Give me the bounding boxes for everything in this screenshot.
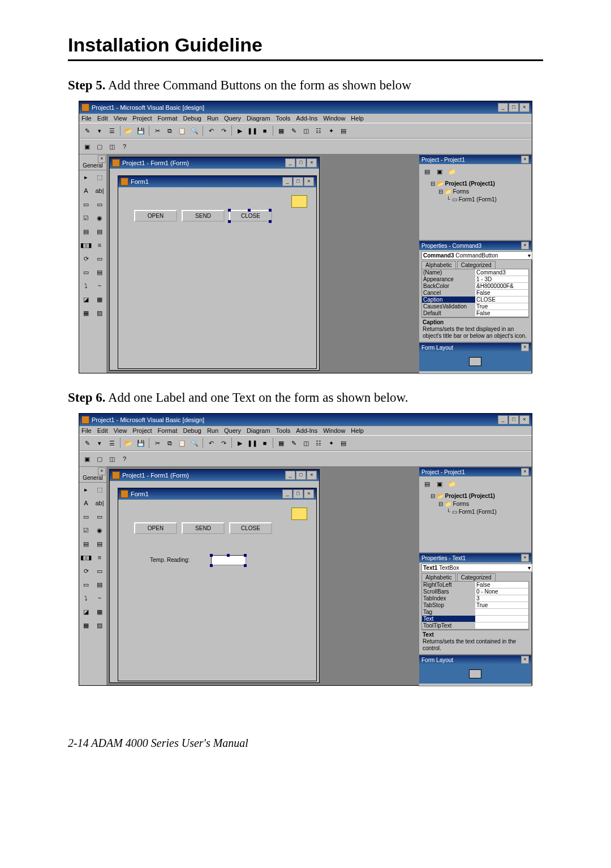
toolbox-tool[interactable]: ▦ xyxy=(93,605,106,618)
menu-edit[interactable]: Edit xyxy=(97,115,108,122)
tb-redo-icon[interactable]: ↷ xyxy=(218,125,229,136)
tb-toolbox-icon[interactable]: ✦ xyxy=(325,437,337,449)
property-row[interactable]: DefaultFalse xyxy=(422,310,528,317)
toolbox-tool[interactable]: ▭ xyxy=(79,578,93,591)
property-row[interactable]: BackColor&H8000000F& xyxy=(422,283,528,290)
toolbox-tool[interactable]: ▦ xyxy=(93,293,106,306)
menu-project[interactable]: Project xyxy=(132,115,152,122)
form-min-button[interactable]: _ xyxy=(282,177,292,186)
tb-proj-explorer-icon[interactable]: ▦ xyxy=(276,125,287,136)
sel-handle[interactable] xyxy=(228,209,231,212)
tb-copy-icon[interactable]: ⧉ xyxy=(164,437,175,449)
properties-close-icon[interactable]: × xyxy=(521,554,529,562)
toolbox-tool[interactable]: ☑ xyxy=(79,211,93,225)
property-row[interactable]: RightToLeftFalse xyxy=(422,582,528,588)
menu-tools[interactable]: Tools xyxy=(276,115,291,122)
property-row[interactable]: CancelFalse xyxy=(422,290,528,297)
tb-paste-icon[interactable]: 📋 xyxy=(177,125,188,136)
menu-edit[interactable]: Edit xyxy=(97,427,108,434)
menu-format[interactable]: Format xyxy=(158,427,178,434)
toolbox-tool[interactable]: ◪ xyxy=(79,605,93,618)
sel-handle[interactable] xyxy=(248,209,251,212)
form-surface[interactable]: OPEN SEND CLOSE xyxy=(121,187,314,366)
menu-tools[interactable]: Tools xyxy=(276,427,291,434)
tb-toolbox-icon[interactable]: ✦ xyxy=(325,125,337,136)
tb-cut-icon[interactable]: ✂ xyxy=(152,125,163,136)
toolbox-tool[interactable]: ▦ xyxy=(79,618,93,632)
toolbox-tool[interactable]: ◉ xyxy=(93,211,106,225)
toolbox-tool[interactable]: ▭ xyxy=(79,265,93,279)
form-layout-close-icon[interactable]: × xyxy=(521,656,529,664)
toolbox-tool[interactable]: ▭ xyxy=(79,510,93,523)
sel-handle[interactable] xyxy=(227,554,230,557)
toolbox-tool[interactable]: ⤵ xyxy=(79,279,93,293)
toolbox-tool[interactable]: ⟳ xyxy=(79,564,93,578)
toolbox-tool[interactable]: ▤ xyxy=(93,225,106,238)
menu-window[interactable]: Window xyxy=(323,115,345,122)
view-object-icon[interactable]: ▣ xyxy=(434,166,445,177)
close-button[interactable]: × xyxy=(519,103,530,112)
tb-stop-icon[interactable]: ■ xyxy=(259,437,270,449)
tb-run-icon[interactable]: ▶ xyxy=(234,437,246,449)
toolbox-tool[interactable]: ▭ xyxy=(93,510,106,523)
toolbox-tool[interactable]: ⬚ xyxy=(93,483,106,496)
tb-open-icon[interactable]: 📂 xyxy=(123,125,134,136)
property-row[interactable]: Text xyxy=(422,616,528,622)
toggle-folders-icon[interactable]: 📁 xyxy=(446,479,458,489)
send-button[interactable]: SEND xyxy=(182,210,225,222)
menu-addins[interactable]: Add-Ins xyxy=(296,427,317,434)
toolbox-tool[interactable]: ▸ xyxy=(79,170,93,184)
tb-pause-icon[interactable]: ❚❚ xyxy=(247,125,258,136)
toolbox-tool[interactable]: ⬚ xyxy=(93,170,106,184)
tb-save-icon[interactable]: 💾 xyxy=(135,125,147,136)
tb-cut-icon[interactable]: ✂ xyxy=(152,437,163,449)
sel-handle[interactable] xyxy=(228,220,231,223)
tb2-help-icon[interactable]: ? xyxy=(119,453,130,465)
designer-close-button[interactable]: × xyxy=(307,158,317,167)
tb-objbrowser-icon[interactable]: ☷ xyxy=(313,437,324,449)
menu-view[interactable]: View xyxy=(114,115,127,122)
form-window[interactable]: Form1 _ □ × OPEN xyxy=(118,175,317,369)
toolbox-tool[interactable]: ≡ xyxy=(93,551,106,564)
property-row[interactable]: TabStopTrue xyxy=(422,602,528,609)
tree-forms[interactable]: ⊟ 📁 Forms xyxy=(423,188,528,196)
view-code-icon[interactable]: ▤ xyxy=(421,166,433,177)
close-form-button[interactable]: CLOSE xyxy=(229,522,272,534)
sel-handle[interactable] xyxy=(210,554,213,557)
tb2-align-icon[interactable]: ◫ xyxy=(106,453,118,465)
tb-undo-icon[interactable]: ↶ xyxy=(205,125,217,136)
form-layout-close-icon[interactable]: × xyxy=(521,343,529,351)
tb-properties-icon[interactable]: ✎ xyxy=(288,437,299,449)
tb-dataview-icon[interactable]: ▤ xyxy=(338,437,349,449)
menu-help[interactable]: Help xyxy=(351,427,364,434)
toolbox-tool[interactable]: ~ xyxy=(93,591,106,605)
tb2-lock-icon[interactable]: ▣ xyxy=(81,141,93,152)
tab-categorized[interactable]: Categorized xyxy=(457,573,496,581)
mscomm-control-icon[interactable] xyxy=(291,195,307,208)
toolbox-tool[interactable]: ▭ xyxy=(79,197,93,211)
form-layout-body[interactable] xyxy=(419,664,531,684)
menu-file[interactable]: File xyxy=(81,115,92,122)
close-form-button[interactable]: CLOSE xyxy=(229,210,272,222)
tb-properties-icon[interactable]: ✎ xyxy=(288,125,299,136)
tb-menu-icon[interactable]: ☰ xyxy=(106,125,118,136)
form-layout-mini-icon[interactable] xyxy=(469,357,481,366)
property-row[interactable]: Appearance1 - 3D xyxy=(422,276,528,283)
minimize-button[interactable]: _ xyxy=(498,415,508,424)
properties-close-icon[interactable]: × xyxy=(521,242,529,250)
menu-file[interactable]: File xyxy=(81,427,92,434)
tb-stop-icon[interactable]: ■ xyxy=(259,125,270,136)
project-explorer-close-icon[interactable]: × xyxy=(521,156,529,164)
property-row[interactable]: ScrollBars0 - None xyxy=(422,588,528,595)
tb-add-icon[interactable]: ▾ xyxy=(94,437,105,449)
menu-diagram[interactable]: Diagram xyxy=(247,115,270,122)
tb-open-icon[interactable]: 📂 xyxy=(123,437,134,449)
menu-view[interactable]: View xyxy=(114,427,127,434)
designer-min-button[interactable]: _ xyxy=(285,471,295,480)
toolbox-tool[interactable]: ⤵ xyxy=(79,591,93,605)
project-explorer-close-icon[interactable]: × xyxy=(521,468,529,476)
property-row[interactable]: Tag xyxy=(422,609,528,616)
form-max-button[interactable]: □ xyxy=(293,489,303,499)
close-button[interactable]: × xyxy=(519,415,530,424)
toolbox-close-icon[interactable]: × xyxy=(98,467,106,475)
